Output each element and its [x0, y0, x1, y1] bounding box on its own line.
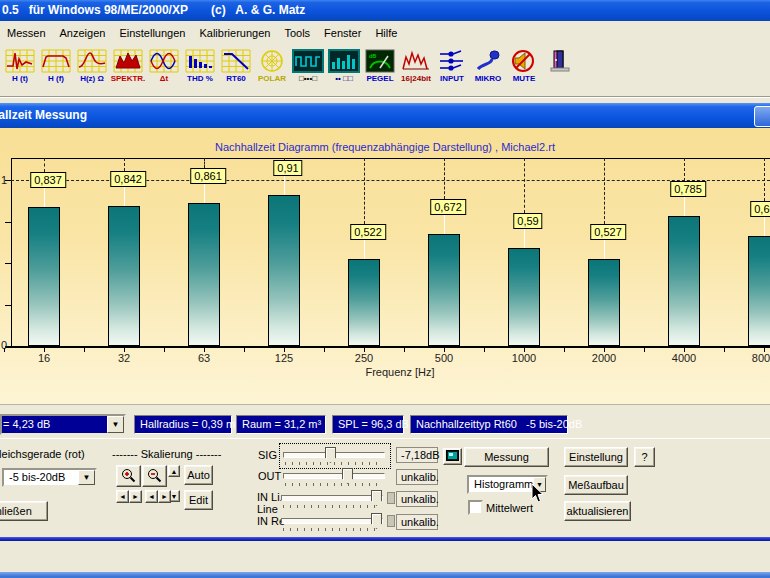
x-tick: [164, 348, 165, 352]
mikro-icon: [473, 47, 503, 74]
x-tick: [324, 348, 325, 352]
menu-item-hilfe[interactable]: Hilfe: [368, 24, 404, 42]
setup-button[interactable]: Meßaufbau: [564, 475, 628, 495]
toolbar-polar-button[interactable]: POLAR: [254, 46, 290, 92]
y-tick-3: [5, 305, 11, 306]
main-window-title: 0.5 für Windows 98/ME/2000/XP (c) A. & G…: [2, 3, 305, 17]
sig-value: -7,18dB: [396, 447, 438, 463]
bar-125hz: [268, 195, 300, 346]
x-tick-label-8000: 8000: [752, 352, 770, 364]
thd-icon: [185, 47, 215, 74]
level-combobox[interactable]: = 4,23 dB ▼: [0, 414, 126, 435]
mute-icon: [509, 47, 539, 74]
x-tick-label-63: 63: [198, 352, 210, 364]
toolbar-frequency-response-button[interactable]: H (f): [38, 46, 74, 92]
measure-button[interactable]: Messung: [464, 447, 549, 467]
out-label: OUT: [258, 470, 281, 482]
window-edge-strip: [0, 572, 770, 578]
y-tick-2: [5, 263, 11, 264]
settings-button[interactable]: Einstellung: [564, 447, 628, 467]
bar-16hz: [28, 207, 60, 346]
edit-scale-button[interactable]: Edit: [184, 490, 213, 510]
bar-guide-dash: [44, 158, 45, 172]
toolbar: H (t)H (f)H(z) ΩSPEKTR.ΔtTHD %RT60POLAR□…: [0, 44, 770, 97]
toolbar-impulse-response-button[interactable]: H (t): [2, 46, 38, 92]
mini-scope-icon: [446, 450, 459, 461]
toolbar-spectrum-button[interactable]: SPEKTR.: [110, 46, 146, 92]
toolbar-bit-depth-button[interactable]: 16|24bit: [398, 46, 434, 92]
zoom-in-button[interactable]: [116, 465, 141, 487]
in-right-indicator: [387, 515, 395, 527]
signal-display-button[interactable]: [443, 448, 462, 465]
mikro-label: MIKRO: [475, 74, 502, 83]
mute-label: MUTE: [513, 74, 536, 83]
pegel-icon: dB: [365, 47, 395, 74]
bar-label-connector: [124, 187, 125, 206]
bar-value-label: 0,527: [590, 224, 626, 240]
bar-2000hz: [588, 259, 620, 346]
scroll-right2-button[interactable]: ►: [158, 490, 171, 503]
minimize-button[interactable]: [754, 106, 770, 127]
refresh-button[interactable]: aktualisieren: [564, 501, 631, 521]
x-tick-label-250: 250: [355, 352, 373, 364]
scaling-group-label: ------- Skalierung -------: [112, 448, 216, 460]
zoom-out-icon: [147, 468, 162, 483]
main-window-titlebar[interactable]: 0.5 für Windows 98/ME/2000/XP (c) A. & G…: [0, 0, 770, 21]
toolbar-thd-button[interactable]: THD %: [182, 46, 218, 92]
fit-line-combobox[interactable]: -5 bis-20dB ▼: [2, 468, 97, 487]
in-left-slider[interactable]: [281, 490, 383, 504]
scroll-right-button[interactable]: ►: [129, 490, 142, 503]
input-label: INPUT: [440, 74, 464, 83]
bar-value-label: 0,663: [750, 201, 770, 217]
x-axis: [5, 346, 770, 348]
mean-checkbox[interactable]: [468, 500, 483, 515]
chevron-down-icon[interactable]: ▼: [78, 470, 95, 485]
toolbar-delta-t-button[interactable]: Δt: [146, 46, 182, 92]
toolbar-pegel-button[interactable]: dBPEGEL: [362, 46, 398, 92]
close-button[interactable]: chließen: [0, 501, 48, 521]
toolbar-input-button[interactable]: INPUT: [434, 46, 470, 92]
auto-scale-button[interactable]: Auto: [184, 465, 213, 485]
toolbar-mute-button[interactable]: MUTE: [506, 46, 542, 92]
scroll-left2-button[interactable]: ◄: [145, 490, 158, 503]
x-tick-label-500: 500: [435, 352, 453, 364]
scale-up-button[interactable]: ▲: [168, 465, 180, 477]
inner-window-titlebar[interactable]: hallzeit Messung: [0, 103, 770, 128]
y-tick-1: [5, 222, 11, 223]
thd-label: THD %: [187, 74, 213, 83]
sig-slider[interactable]: [283, 447, 385, 461]
toolbar-impedance-button[interactable]: H(z) Ω: [74, 46, 110, 92]
chevron-down-icon[interactable]: ▼: [107, 416, 124, 433]
spectrum-label: SPEKTR.: [111, 74, 146, 83]
x-tick-label-1000: 1000: [512, 352, 536, 364]
help-button[interactable]: ?: [634, 447, 655, 467]
menu-item-anzeigen[interactable]: Anzeigen: [53, 24, 113, 42]
menu-item-fenster[interactable]: Fenster: [317, 24, 368, 42]
menu-item-tools[interactable]: Tools: [277, 24, 317, 42]
in-right-slider[interactable]: [281, 513, 383, 527]
toolbar-rt60-button[interactable]: RT60: [218, 46, 254, 92]
bar-8000hz: [748, 236, 770, 346]
toolbar-mikro-button[interactable]: MIKRO: [470, 46, 506, 92]
toolbar-exit-button[interactable]: [542, 46, 578, 92]
x-tick: [4, 348, 5, 352]
toolbar-level-bars-button[interactable]: •• □□: [326, 46, 362, 92]
chart-title: Nachhallzeit Diagramm (frequenzabhängige…: [0, 141, 770, 153]
frequency-response-label: H (f): [48, 74, 64, 83]
bar-500hz: [428, 234, 460, 346]
reverberation-chart: Nachhallzeit Diagramm (frequenzabhängige…: [0, 128, 770, 404]
menu-item-einstellungen[interactable]: Einstellungen: [112, 24, 192, 42]
menu-item-kalibrierungen[interactable]: Kalibrierungen: [192, 24, 277, 42]
zoom-out-button[interactable]: [142, 465, 167, 487]
bar-250hz: [348, 259, 380, 346]
toolbar-scope-button[interactable]: □•••□: [290, 46, 326, 92]
menu-item-messen[interactable]: Messen: [0, 24, 53, 42]
frequency-response-icon: [41, 47, 71, 74]
out-slider[interactable]: [283, 468, 385, 482]
scroll-left-button[interactable]: ◄: [116, 490, 129, 503]
bar-label-connector: [44, 188, 45, 207]
bar-label-connector: [604, 240, 605, 259]
status-panel-0: Hallradius = 0,39 m: [134, 415, 232, 434]
bar-4000hz: [668, 216, 700, 346]
fit-line-label: gleichsgerade (rot): [0, 448, 85, 460]
